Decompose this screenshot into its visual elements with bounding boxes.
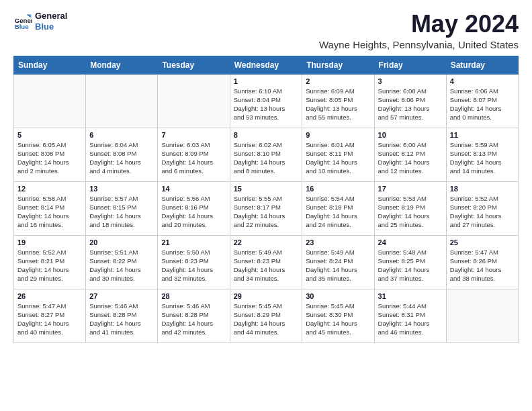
logo-text-blue: Blue xyxy=(35,21,67,32)
day-number: 30 xyxy=(306,292,370,300)
day-number: 21 xyxy=(161,238,226,246)
day-number: 13 xyxy=(89,185,154,193)
header-saturday: Saturday xyxy=(446,56,518,74)
calendar-cell: 19Sunrise: 5:52 AMSunset: 8:21 PMDayligh… xyxy=(14,235,86,289)
day-info: Sunrise: 6:08 AMSunset: 8:06 PMDaylight:… xyxy=(378,87,443,122)
day-info: Sunrise: 5:45 AMSunset: 8:29 PMDaylight:… xyxy=(234,302,299,337)
title-block: May 2024 Wayne Heights, Pennsylvania, Un… xyxy=(319,11,519,50)
calendar-cell: 12Sunrise: 5:58 AMSunset: 8:14 PMDayligh… xyxy=(14,181,86,235)
day-number: 23 xyxy=(306,238,370,246)
day-number: 28 xyxy=(161,292,226,300)
calendar-cell: 29Sunrise: 5:45 AMSunset: 8:29 PMDayligh… xyxy=(230,289,302,342)
day-info: Sunrise: 5:49 AMSunset: 8:23 PMDaylight:… xyxy=(234,248,299,283)
calendar-cell: 23Sunrise: 5:49 AMSunset: 8:24 PMDayligh… xyxy=(302,235,374,289)
header-wednesday: Wednesday xyxy=(230,56,302,74)
day-info: Sunrise: 5:46 AMSunset: 8:28 PMDaylight:… xyxy=(89,302,154,337)
day-info: Sunrise: 6:01 AMSunset: 8:11 PMDaylight:… xyxy=(306,140,370,176)
day-number: 19 xyxy=(17,238,82,246)
day-info: Sunrise: 6:05 AMSunset: 8:08 PMDaylight:… xyxy=(17,140,82,176)
calendar-cell: 27Sunrise: 5:46 AMSunset: 8:28 PMDayligh… xyxy=(86,289,158,342)
calendar-cell: 24Sunrise: 5:48 AMSunset: 8:25 PMDayligh… xyxy=(374,235,446,289)
day-number: 8 xyxy=(234,131,299,139)
day-number: 2 xyxy=(306,77,370,85)
day-info: Sunrise: 6:10 AMSunset: 8:04 PMDaylight:… xyxy=(234,87,299,122)
calendar-cell xyxy=(86,74,158,128)
week-row-4: 26Sunrise: 5:47 AMSunset: 8:27 PMDayligh… xyxy=(14,289,519,342)
day-number: 7 xyxy=(161,131,226,139)
page-header: General Blue General Blue May 2024 Wayne… xyxy=(13,11,519,50)
day-number: 17 xyxy=(378,185,443,193)
day-info: Sunrise: 5:45 AMSunset: 8:30 PMDaylight:… xyxy=(306,302,370,337)
day-info: Sunrise: 5:53 AMSunset: 8:19 PMDaylight:… xyxy=(378,194,443,230)
calendar-cell: 11Sunrise: 5:59 AMSunset: 8:13 PMDayligh… xyxy=(446,128,518,181)
week-row-0: 1Sunrise: 6:10 AMSunset: 8:04 PMDaylight… xyxy=(14,74,519,128)
calendar-cell: 4Sunrise: 6:06 AMSunset: 8:07 PMDaylight… xyxy=(446,74,518,128)
day-number: 1 xyxy=(234,77,299,85)
calendar-cell: 20Sunrise: 5:51 AMSunset: 8:22 PMDayligh… xyxy=(86,235,158,289)
day-number: 18 xyxy=(450,185,515,193)
calendar-cell: 9Sunrise: 6:01 AMSunset: 8:11 PMDaylight… xyxy=(302,128,374,181)
day-info: Sunrise: 6:09 AMSunset: 8:05 PMDaylight:… xyxy=(306,87,370,122)
day-info: Sunrise: 6:04 AMSunset: 8:08 PMDaylight:… xyxy=(89,140,154,176)
day-number: 4 xyxy=(450,77,515,85)
header-monday: Monday xyxy=(86,56,158,74)
calendar-cell: 14Sunrise: 5:56 AMSunset: 8:16 PMDayligh… xyxy=(158,181,230,235)
calendar-cell: 5Sunrise: 6:05 AMSunset: 8:08 PMDaylight… xyxy=(14,128,86,181)
day-number: 31 xyxy=(378,292,443,300)
day-info: Sunrise: 5:59 AMSunset: 8:13 PMDaylight:… xyxy=(450,140,515,176)
day-info: Sunrise: 6:03 AMSunset: 8:09 PMDaylight:… xyxy=(161,140,226,176)
week-row-3: 19Sunrise: 5:52 AMSunset: 8:21 PMDayligh… xyxy=(14,235,519,289)
calendar-cell: 31Sunrise: 5:44 AMSunset: 8:31 PMDayligh… xyxy=(374,289,446,342)
calendar-cell xyxy=(446,289,518,342)
svg-text:Blue: Blue xyxy=(15,22,29,30)
day-info: Sunrise: 5:49 AMSunset: 8:24 PMDaylight:… xyxy=(306,248,370,283)
logo: General Blue General Blue xyxy=(13,11,67,32)
subtitle: Wayne Heights, Pennsylvania, United Stat… xyxy=(319,39,519,50)
calendar-cell: 28Sunrise: 5:46 AMSunset: 8:28 PMDayligh… xyxy=(158,289,230,342)
header-tuesday: Tuesday xyxy=(158,56,230,74)
week-row-2: 12Sunrise: 5:58 AMSunset: 8:14 PMDayligh… xyxy=(14,181,519,235)
day-info: Sunrise: 5:46 AMSunset: 8:28 PMDaylight:… xyxy=(161,302,226,337)
day-info: Sunrise: 5:57 AMSunset: 8:15 PMDaylight:… xyxy=(89,194,154,230)
calendar-cell: 8Sunrise: 6:02 AMSunset: 8:10 PMDaylight… xyxy=(230,128,302,181)
day-info: Sunrise: 6:02 AMSunset: 8:10 PMDaylight:… xyxy=(234,140,299,176)
day-info: Sunrise: 5:44 AMSunset: 8:31 PMDaylight:… xyxy=(378,302,443,337)
day-info: Sunrise: 5:48 AMSunset: 8:25 PMDaylight:… xyxy=(378,248,443,283)
calendar-header-row: SundayMondayTuesdayWednesdayThursdayFrid… xyxy=(14,56,519,74)
day-number: 5 xyxy=(17,131,82,139)
calendar-cell: 1Sunrise: 6:10 AMSunset: 8:04 PMDaylight… xyxy=(230,74,302,128)
day-number: 22 xyxy=(234,238,299,246)
logo-icon: General Blue xyxy=(13,12,32,31)
calendar-cell: 17Sunrise: 5:53 AMSunset: 8:19 PMDayligh… xyxy=(374,181,446,235)
calendar-cell: 21Sunrise: 5:50 AMSunset: 8:23 PMDayligh… xyxy=(158,235,230,289)
day-info: Sunrise: 5:50 AMSunset: 8:23 PMDaylight:… xyxy=(161,248,226,283)
day-info: Sunrise: 6:00 AMSunset: 8:12 PMDaylight:… xyxy=(378,140,443,176)
day-number: 15 xyxy=(234,185,299,193)
day-info: Sunrise: 6:06 AMSunset: 8:07 PMDaylight:… xyxy=(450,87,515,122)
day-info: Sunrise: 5:47 AMSunset: 8:26 PMDaylight:… xyxy=(450,248,515,283)
day-number: 25 xyxy=(450,238,515,246)
day-number: 26 xyxy=(17,292,82,300)
day-info: Sunrise: 5:51 AMSunset: 8:22 PMDaylight:… xyxy=(89,248,154,283)
day-number: 3 xyxy=(378,77,443,85)
calendar-cell: 30Sunrise: 5:45 AMSunset: 8:30 PMDayligh… xyxy=(302,289,374,342)
day-number: 14 xyxy=(161,185,226,193)
day-info: Sunrise: 5:47 AMSunset: 8:27 PMDaylight:… xyxy=(17,302,82,337)
header-friday: Friday xyxy=(374,56,446,74)
logo-text-general: General xyxy=(35,11,67,21)
day-info: Sunrise: 5:52 AMSunset: 8:20 PMDaylight:… xyxy=(450,194,515,230)
calendar-cell: 3Sunrise: 6:08 AMSunset: 8:06 PMDaylight… xyxy=(374,74,446,128)
calendar-cell: 25Sunrise: 5:47 AMSunset: 8:26 PMDayligh… xyxy=(446,235,518,289)
calendar-cell: 7Sunrise: 6:03 AMSunset: 8:09 PMDaylight… xyxy=(158,128,230,181)
calendar-cell: 10Sunrise: 6:00 AMSunset: 8:12 PMDayligh… xyxy=(374,128,446,181)
calendar-cell: 6Sunrise: 6:04 AMSunset: 8:08 PMDaylight… xyxy=(86,128,158,181)
calendar-cell xyxy=(14,74,86,128)
day-number: 10 xyxy=(378,131,443,139)
calendar-cell xyxy=(158,74,230,128)
day-number: 16 xyxy=(306,185,370,193)
day-info: Sunrise: 5:55 AMSunset: 8:17 PMDaylight:… xyxy=(234,194,299,230)
calendar-cell: 22Sunrise: 5:49 AMSunset: 8:23 PMDayligh… xyxy=(230,235,302,289)
day-number: 20 xyxy=(89,238,154,246)
calendar-cell: 13Sunrise: 5:57 AMSunset: 8:15 PMDayligh… xyxy=(86,181,158,235)
day-number: 6 xyxy=(89,131,154,139)
